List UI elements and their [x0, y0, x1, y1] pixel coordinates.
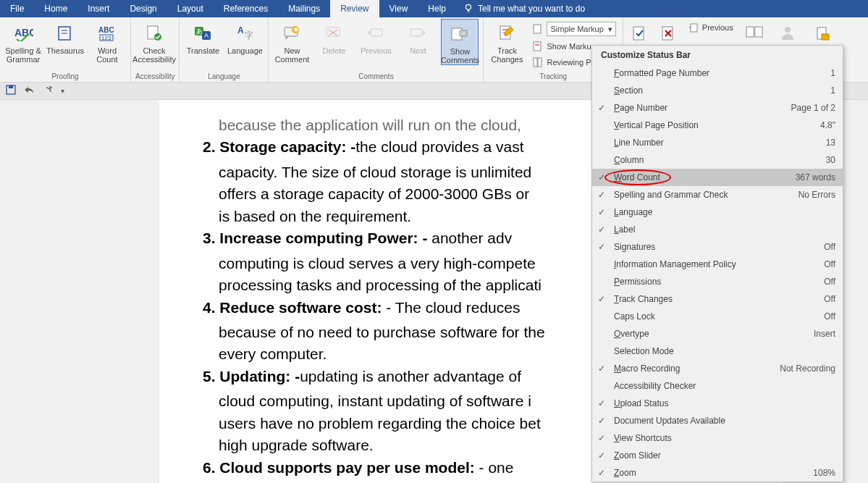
person-icon [776, 22, 799, 45]
svg-text:ABC: ABC [98, 26, 114, 34]
option-value: Off [824, 294, 835, 304]
proofing-group-label: Proofing [4, 72, 126, 82]
statusbar-option-information-management-policy[interactable]: Information Management PolicyOff [592, 256, 843, 273]
option-label: Language [614, 207, 652, 217]
check-icon: ✓ [598, 468, 608, 478]
option-label: Upload Status [614, 398, 668, 408]
menu-tab-home[interactable]: Home [34, 0, 77, 17]
option-value: Off [824, 277, 835, 287]
menu-tab-mailings[interactable]: Mailings [278, 0, 330, 17]
accessibility-icon [143, 22, 166, 45]
previous-change-button[interactable]: Previous [686, 20, 736, 35]
svg-rect-22 [371, 29, 382, 36]
statusbar-option-spelling-and-grammar-check[interactable]: ✓Spelling and Grammar CheckNo Errors [592, 186, 843, 203]
delete-comment-label: Delete [323, 46, 346, 55]
thesaurus-button[interactable]: Thesaurus [46, 19, 84, 64]
undo-icon[interactable] [23, 85, 35, 97]
menu-tab-insert[interactable]: Insert [77, 0, 119, 17]
statusbar-option-track-changes[interactable]: ✓Track ChangesOff [592, 290, 843, 308]
option-value: Off [824, 259, 835, 269]
statusbar-option-permissions[interactable]: PermissionsOff [592, 273, 843, 290]
show-comments-button[interactable]: ShowComments [441, 19, 479, 65]
statusbar-option-caps-lock[interactable]: Caps LockOff [592, 308, 843, 325]
tell-me[interactable]: Tell me what you want to do [456, 3, 592, 15]
option-value: Off [824, 311, 835, 322]
option-value: Off [824, 242, 835, 252]
statusbar-option-page-number[interactable]: ✓Page NumberPage 1 of 2 [592, 99, 843, 117]
group-comments: ✱ NewComment Delete Previous Next ShowCo… [269, 17, 484, 82]
option-label: Selection Mode [614, 346, 674, 356]
svg-text:123: 123 [101, 35, 111, 41]
menu-tab-help[interactable]: Help [418, 0, 456, 17]
translate-label: Translate [187, 46, 219, 55]
markup-dropdown[interactable]: Simple Markup▾ [530, 20, 618, 38]
accept-icon [628, 22, 652, 45]
reviewing-pane-icon [532, 56, 544, 68]
option-label: Label [614, 224, 635, 235]
comments-group-label: Comments [273, 72, 479, 82]
word-count-button[interactable]: ABC123 WordCount [88, 19, 126, 64]
statusbar-option-vertical-page-position[interactable]: Vertical Page Position4.8" [592, 117, 843, 134]
statusbar-option-macro-recording[interactable]: ✓Macro RecordingNot Recording [592, 360, 843, 377]
menu-tab-review[interactable]: Review [330, 0, 379, 17]
option-label: View Shortcuts [614, 433, 672, 443]
statusbar-option-overtype[interactable]: OvertypeInsert [592, 325, 843, 343]
redo-icon[interactable] [42, 85, 54, 97]
qat-customize-icon[interactable]: ▾ [61, 87, 64, 95]
context-menu-title: Customize Status Bar [592, 46, 843, 64]
svg-text:A: A [237, 25, 244, 35]
show-comments-icon [448, 22, 471, 46]
check-icon: ✓ [598, 242, 608, 252]
statusbar-option-label[interactable]: ✓Label [592, 221, 843, 238]
statusbar-option-view-shortcuts[interactable]: ✓View Shortcuts [592, 429, 843, 447]
accept-button[interactable] [628, 22, 652, 45]
svg-rect-29 [534, 25, 541, 33]
svg-rect-34 [633, 27, 644, 40]
statusbar-option-accessibility-checker[interactable]: Accessibility Checker [592, 377, 843, 395]
statusbar-option-document-updates-available[interactable]: ✓Document Updates Available [592, 412, 843, 429]
statusbar-option-zoom[interactable]: ✓Zoom108% [592, 464, 843, 482]
option-value: 1 [830, 68, 835, 78]
check-accessibility-button[interactable]: CheckAccessibility [135, 19, 173, 64]
translate-button[interactable]: あA Translate [184, 19, 222, 55]
statusbar-option-formatted-page-number[interactable]: Formatted Page Number1 [592, 64, 843, 82]
delete-comment-button[interactable]: Delete [315, 19, 353, 65]
menu-tab-file[interactable]: File [0, 0, 34, 17]
option-value: 108% [813, 468, 835, 478]
svg-rect-43 [822, 34, 829, 40]
statusbar-option-column[interactable]: Column30 [592, 151, 843, 169]
option-value: No Errors [799, 190, 835, 200]
statusbar-option-language[interactable]: ✓Language [592, 203, 843, 221]
menu-tab-layout[interactable]: Layout [167, 0, 214, 17]
language-button[interactable]: A字 Language [226, 19, 264, 55]
check-icon: ✓ [598, 172, 608, 182]
statusbar-option-line-number[interactable]: Line Number13 [592, 134, 843, 151]
previous-comment-icon [364, 22, 387, 45]
statusbar-option-selection-mode[interactable]: Selection Mode [592, 343, 843, 360]
previous-comment-button[interactable]: Previous [357, 19, 395, 65]
option-value: Not Recording [780, 364, 835, 374]
group-accessibility: CheckAccessibility Accessibility [131, 17, 180, 82]
menu-tab-references[interactable]: References [214, 0, 278, 17]
option-value: 4.8" [820, 120, 835, 130]
statusbar-option-upload-status[interactable]: ✓Upload Status [592, 395, 843, 412]
group-proofing: ABC Spelling &Grammar Thesaurus ABC123 W… [0, 17, 131, 82]
statusbar-option-signatures[interactable]: ✓SignaturesOff [592, 238, 843, 256]
save-icon[interactable] [6, 85, 16, 97]
track-changes-button[interactable]: TrackChanges [488, 19, 526, 70]
compare-icon [743, 22, 766, 45]
svg-rect-39 [746, 27, 754, 37]
tell-me-label: Tell me what you want to do [478, 4, 585, 14]
spelling-grammar-button[interactable]: ABC Spelling &Grammar [4, 19, 42, 64]
spelling-icon: ABC [12, 22, 35, 45]
statusbar-option-word-count[interactable]: ✓Word Count367 words [592, 169, 843, 186]
menu-tab-view[interactable]: View [379, 0, 418, 17]
track-changes-icon [495, 22, 518, 45]
next-comment-button[interactable]: Next [399, 19, 437, 65]
statusbar-option-zoom-slider[interactable]: ✓Zoom Slider [592, 447, 843, 464]
svg-rect-38 [691, 24, 697, 32]
statusbar-option-section[interactable]: Section1 [592, 82, 843, 99]
reject-button[interactable] [657, 22, 681, 45]
new-comment-button[interactable]: ✱ NewComment [273, 19, 311, 65]
menu-tab-design[interactable]: Design [119, 0, 167, 17]
